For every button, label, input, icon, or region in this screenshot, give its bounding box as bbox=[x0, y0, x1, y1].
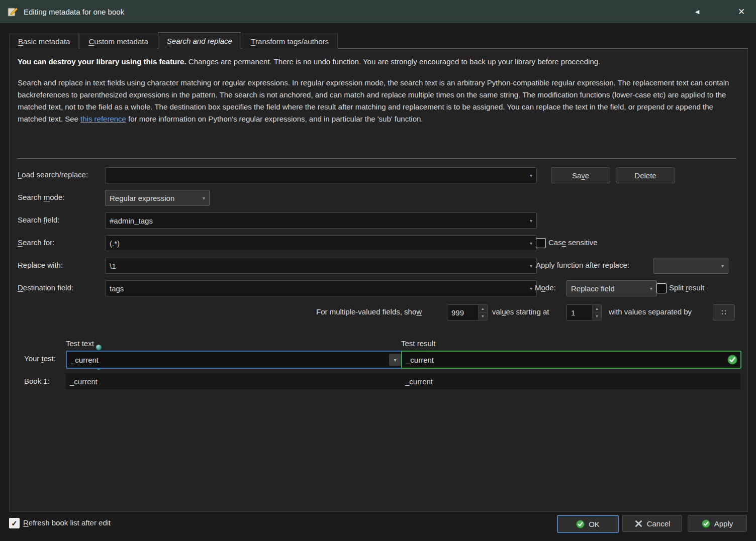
destroy-warning: You can destroy your library using this … bbox=[18, 57, 739, 67]
spin-down-button[interactable]: ▼ bbox=[479, 313, 487, 320]
marker-top-icon bbox=[96, 345, 102, 350]
search-mode-label: Search mode: bbox=[18, 190, 64, 205]
chevron-down-icon: ▾ bbox=[530, 241, 532, 246]
apply-button-label: Apply bbox=[714, 519, 733, 528]
spinner-buttons: ▲ ▼ bbox=[592, 305, 601, 320]
tab-transform-tags-authors[interactable]: Transform tags/authors bbox=[242, 34, 338, 49]
split-result-label: Split result bbox=[669, 280, 704, 295]
save-button[interactable]: Save bbox=[551, 167, 610, 183]
close-icon: ✕ bbox=[738, 7, 745, 17]
split-result-checkbox[interactable] bbox=[656, 283, 667, 293]
search-for-combo[interactable]: (.*) ▾ bbox=[105, 235, 537, 251]
check-circle-icon bbox=[727, 355, 737, 365]
destroy-warning-rest: Changes are permanent. There is no undo … bbox=[186, 57, 601, 66]
chevron-down-icon: ▾ bbox=[530, 263, 532, 269]
tab-custom-metadata[interactable]: Custom metadata bbox=[79, 34, 157, 49]
spin-up-button[interactable]: ▲ bbox=[593, 305, 601, 313]
edit-metadata-icon bbox=[7, 6, 19, 18]
search-for-label: Search for: bbox=[18, 235, 54, 250]
replace-with-value: \1 bbox=[110, 262, 527, 270]
cancel-button-label: Cancel bbox=[647, 519, 671, 528]
reference-link[interactable]: this reference bbox=[80, 115, 126, 123]
multi-start-spinner[interactable]: 1 ▲ ▼ bbox=[566, 304, 602, 320]
mode-value: Replace field bbox=[571, 284, 647, 293]
your-test-dropdown-button[interactable]: ▾ bbox=[389, 354, 401, 366]
search-for-value: (.*) bbox=[110, 239, 527, 248]
tab-bar: Basic metadata Custom metadata Search an… bbox=[9, 33, 338, 49]
window-title: Editing metadata for one book bbox=[24, 8, 124, 16]
apply-button[interactable]: Apply bbox=[688, 515, 747, 532]
dialog-window: Editing metadata for one book ◀ ✕ Basic … bbox=[0, 0, 756, 541]
apply-function-combo[interactable]: ▾ bbox=[653, 258, 728, 274]
replace-with-combo[interactable]: \1 ▾ bbox=[105, 258, 537, 274]
mode-combo[interactable]: Replace field ▾ bbox=[566, 280, 657, 296]
collapse-arrow-button[interactable]: ◀ bbox=[690, 4, 705, 19]
multi-separator-label: with values separated by bbox=[609, 304, 692, 319]
your-test-result: _current bbox=[401, 351, 741, 369]
check-icon: ✓ bbox=[11, 519, 18, 527]
your-test-result-value: _current bbox=[406, 356, 434, 364]
multi-start-value: 1 bbox=[567, 305, 592, 320]
mode-label: Mode: bbox=[535, 280, 556, 295]
close-button[interactable]: ✕ bbox=[734, 4, 749, 19]
chevron-down-icon: ▾ bbox=[530, 173, 532, 178]
multi-show-spinner[interactable]: 999 ▲ ▼ bbox=[447, 304, 488, 320]
load-search-replace-combo[interactable]: ▾ bbox=[105, 167, 537, 183]
your-test-input[interactable]: _current ▾ bbox=[66, 351, 404, 369]
chevron-down-icon: ▾ bbox=[721, 263, 724, 269]
search-field-label: Search field: bbox=[18, 212, 59, 228]
destination-field-label: Destination field: bbox=[18, 280, 73, 295]
case-sensitive-label: Case sensitive bbox=[548, 235, 598, 250]
book1-text-value: _current bbox=[70, 377, 98, 386]
case-sensitive-checkbox[interactable] bbox=[536, 238, 546, 248]
search-mode-combo[interactable]: Regular expression ▾ bbox=[105, 190, 210, 206]
chevron-down-icon: ▾ bbox=[650, 286, 652, 291]
multi-show-label: For multiple-valued fields, show bbox=[316, 304, 422, 319]
tab-search-and-replace[interactable]: Search and replace bbox=[158, 32, 241, 49]
book1-label: Book 1: bbox=[24, 373, 50, 389]
spin-down-button[interactable]: ▼ bbox=[593, 313, 601, 320]
replace-with-label: Replace with: bbox=[18, 258, 63, 273]
refresh-book-list-checkbox[interactable]: ✓ bbox=[9, 518, 20, 528]
ok-button[interactable]: OK bbox=[557, 515, 619, 533]
destroy-warning-bold: You can destroy your library using this … bbox=[18, 57, 186, 66]
book1-text-field: _current bbox=[66, 373, 407, 389]
test-result-header: Test result bbox=[401, 336, 435, 351]
chevron-left-icon: ◀ bbox=[695, 9, 699, 15]
destination-field-value: tags bbox=[110, 284, 527, 293]
destination-field-combo[interactable]: tags ▾ bbox=[105, 280, 537, 296]
book1-result-field: _current bbox=[401, 373, 740, 389]
search-mode-value: Regular expression bbox=[110, 194, 200, 202]
description-after: for more information on Python's regular… bbox=[126, 115, 423, 123]
check-circle-icon bbox=[702, 519, 710, 528]
spin-up-button[interactable]: ▲ bbox=[479, 305, 487, 313]
multi-show-value: 999 bbox=[447, 305, 478, 320]
chevron-down-icon: ▾ bbox=[394, 357, 396, 363]
spinner-buttons: ▲ ▼ bbox=[478, 305, 487, 320]
test-text-header: Test text bbox=[66, 336, 94, 351]
ok-button-label: OK bbox=[589, 520, 600, 528]
feature-description: Search and replace in text fields using … bbox=[18, 77, 738, 125]
check-circle-icon bbox=[576, 520, 585, 528]
load-search-replace-label: Load search/replace: bbox=[18, 167, 88, 182]
apply-function-label: Apply function after replace: bbox=[536, 258, 629, 273]
chevron-down-icon: ▾ bbox=[530, 218, 532, 224]
content-panel: You can destroy your library using this … bbox=[9, 48, 748, 512]
your-test-value: _current bbox=[71, 356, 99, 364]
your-test-label: Your test: bbox=[24, 351, 56, 367]
delete-button[interactable]: Delete bbox=[616, 167, 675, 183]
book1-result-value: _current bbox=[405, 377, 433, 386]
separator-button[interactable]: ∷ bbox=[713, 304, 735, 320]
cancel-button[interactable]: Cancel bbox=[622, 515, 682, 532]
titlebar: Editing metadata for one book ◀ ✕ bbox=[0, 0, 756, 23]
chevron-down-icon: ▾ bbox=[530, 286, 532, 291]
multi-start-label: values starting at bbox=[492, 304, 549, 319]
chevron-down-icon: ▾ bbox=[203, 195, 205, 201]
refresh-book-list-label: Refresh book list after edit bbox=[23, 518, 111, 527]
search-field-combo[interactable]: #admin_tags ▾ bbox=[105, 212, 537, 229]
section-divider bbox=[18, 158, 736, 159]
x-icon bbox=[634, 519, 643, 528]
tab-basic-metadata[interactable]: Basic metadata bbox=[9, 34, 79, 49]
search-field-value: #admin_tags bbox=[110, 217, 527, 225]
